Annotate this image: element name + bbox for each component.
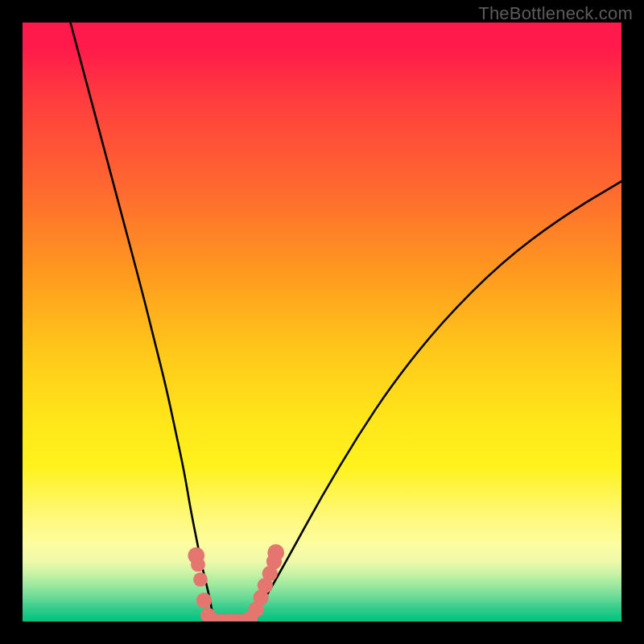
bottleneck-curve <box>71 23 621 621</box>
watermark-text: TheBottleneck.com <box>478 3 633 24</box>
data-marker <box>193 572 208 587</box>
plot-area <box>23 23 621 621</box>
data-marker <box>196 592 212 608</box>
curve-group <box>71 23 621 621</box>
data-marker <box>267 544 284 561</box>
data-marker <box>191 557 205 572</box>
marker-group <box>188 544 284 621</box>
chart-frame: TheBottleneck.com <box>0 0 644 644</box>
chart-svg <box>23 23 621 621</box>
